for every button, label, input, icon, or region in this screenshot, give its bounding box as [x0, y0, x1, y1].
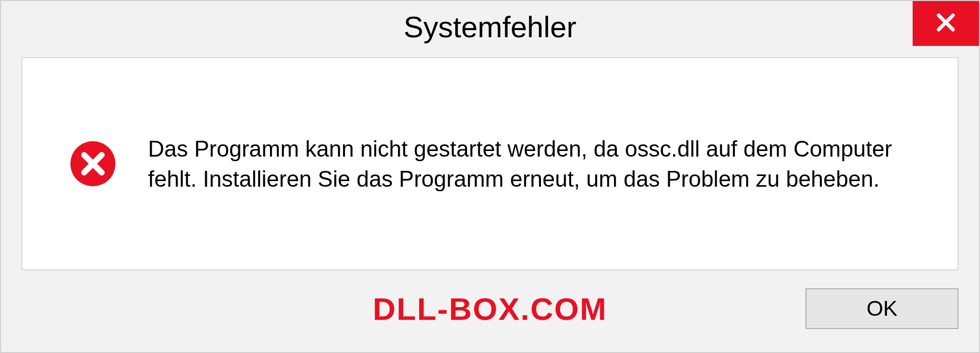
title-bar: Systemfehler: [1, 1, 979, 52]
close-button[interactable]: [913, 1, 979, 46]
ok-button[interactable]: OK: [805, 288, 959, 329]
error-dialog: Systemfehler Das Programm kann nicht ges…: [0, 0, 980, 353]
error-message: Das Programm kann nicht gestartet werden…: [148, 134, 912, 194]
dialog-footer: DLL-BOX.COM OK: [1, 281, 979, 352]
watermark-text: DLL-BOX.COM: [373, 291, 607, 327]
dialog-title: Systemfehler: [404, 10, 576, 44]
close-icon: [934, 10, 958, 37]
content-area: Das Programm kann nicht gestartet werden…: [21, 57, 959, 270]
error-icon: [68, 139, 117, 188]
